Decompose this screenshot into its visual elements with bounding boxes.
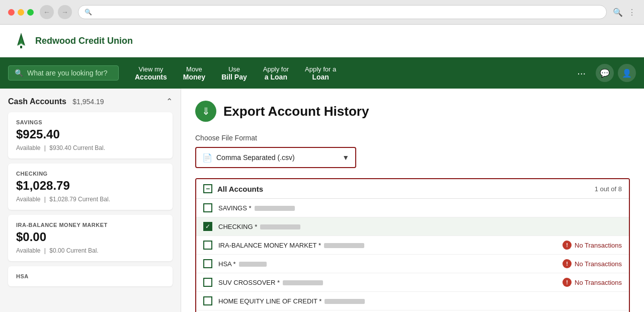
minimize-button[interactable] (18, 9, 24, 16)
back-button[interactable]: ← (40, 5, 54, 19)
savings-number-blur (255, 206, 295, 211)
maximize-button[interactable] (27, 9, 34, 16)
checking-account-card[interactable]: CHECKING $1,028.79 Available | $1,028.79… (8, 164, 173, 210)
file-format-value-group: 📄 Comma Separated (.csv) (202, 153, 295, 163)
accounts-table: − All Accounts 1 out of 8 SAVINGS * ✓ (195, 178, 630, 312)
nav-item-billpay[interactable]: Use Bill Pay (213, 57, 255, 89)
savings-account-type: SAVINGS (16, 119, 165, 125)
navbar-search[interactable]: 🔍 What are you looking for? (8, 65, 119, 81)
address-bar-search-icon: 🔍 (85, 9, 92, 16)
cash-accounts-title-group: Cash Accounts $1,954.19 (8, 97, 104, 106)
accounts-table-header: − All Accounts 1 out of 8 (196, 179, 629, 199)
ira-account-balance: $0.00 (16, 230, 165, 244)
file-icon: 📄 (202, 153, 212, 163)
browser-traffic-lights (8, 9, 34, 16)
navbar: 🔍 What are you looking for? View my Acco… (0, 57, 644, 89)
browser-nav: ← → (40, 5, 72, 19)
chat-icon-button[interactable]: 💬 (596, 64, 614, 82)
page-title: Export Account History (223, 104, 369, 119)
suv-checkbox[interactable] (203, 278, 212, 287)
page-title-row: ⇓ Export Account History (195, 101, 630, 122)
ira-number-blur (324, 243, 364, 248)
chat-icon: 💬 (600, 68, 610, 78)
file-format-label: Choose File Format (195, 134, 630, 142)
savings-account-card[interactable]: SAVINGS $925.40 Available | $930.40 Curr… (8, 112, 173, 159)
no-transactions-label: No Transactions (575, 260, 622, 268)
separator: | (44, 247, 46, 254)
savings-row-name: SAVINGS * (218, 204, 622, 212)
cash-accounts-total: $1,954.19 (72, 98, 104, 106)
savings-account-detail: Available | $930.40 Current Bal. (16, 144, 165, 151)
app: Redwood Credit Union 🔍 What are you look… (0, 25, 644, 312)
nav-item-loan1[interactable]: Apply for a Loan (255, 57, 297, 89)
file-format-select[interactable]: 📄 Comma Separated (.csv) ▼ (195, 147, 356, 168)
nav-item-accounts-top: View my (138, 65, 163, 73)
hsa-checkbox[interactable] (203, 259, 212, 268)
heloc-checkbox[interactable] (203, 296, 212, 305)
browser-search-icon[interactable]: 🔍 (613, 8, 623, 17)
checking-checkbox[interactable]: ✓ (203, 222, 212, 231)
warning-icon: ! (562, 278, 572, 287)
table-row[interactable]: ✓ CHECKING * (196, 217, 629, 236)
heloc-row-name: HOME EQUITY LINE OF CREDIT * (218, 297, 622, 305)
heloc-number-blur (325, 299, 365, 304)
table-row[interactable]: HOME EQUITY LINE OF CREDIT * (196, 292, 629, 310)
table-row[interactable]: SAVINGS * (196, 199, 629, 217)
browser-chrome: ← → 🔍 🔍 ⋮ (0, 0, 644, 25)
search-placeholder: What are you looking for? (27, 69, 108, 77)
checking-row-name: CHECKING * (218, 223, 622, 230)
user-icon-button[interactable]: 👤 (618, 64, 636, 82)
suv-no-transactions: ! No Transactions (562, 278, 622, 287)
search-icon: 🔍 (15, 69, 23, 77)
checking-account-balance: $1,028.79 (16, 179, 165, 193)
hsa-row-name: HSA * (218, 260, 562, 268)
collapse-all-button[interactable]: − (203, 184, 212, 193)
selection-count: 1 out of 8 (595, 185, 622, 193)
ira-row-name: IRA-BALANCE MONEY MARKET * (218, 242, 562, 249)
table-row[interactable]: HSA * ! No Transactions (196, 255, 629, 273)
ira-account-card[interactable]: IRA-BALANCE MONEY MARKET $0.00 Available… (8, 215, 173, 261)
cash-accounts-chevron[interactable]: ⌃ (166, 97, 173, 106)
browser-toolbar: 🔍 ⋮ (613, 8, 636, 17)
ira-checkbox[interactable] (203, 241, 212, 250)
browser-menu-icon[interactable]: ⋮ (628, 8, 636, 17)
export-icon: ⇓ (202, 105, 210, 117)
nav-more-button[interactable]: ··· (571, 67, 592, 79)
ira-no-transactions: ! No Transactions (562, 241, 622, 250)
content-area: ⇓ Export Account History Choose File For… (181, 89, 644, 312)
hsa-account-card[interactable]: HSA (8, 266, 173, 286)
logo-area: Redwood Credit Union (12, 32, 133, 50)
nav-item-loan1-top: Apply for (263, 65, 289, 73)
user-icon: 👤 (622, 68, 632, 78)
hsa-account-type: HSA (16, 273, 165, 279)
checking-number-blur (260, 224, 300, 229)
forward-button[interactable]: → (58, 5, 72, 19)
main-layout: Cash Accounts $1,954.19 ⌃ SAVINGS $925.4… (0, 89, 644, 312)
nav-item-accounts[interactable]: View my Accounts (127, 57, 175, 89)
cash-accounts-header: Cash Accounts $1,954.19 ⌃ (8, 97, 173, 106)
file-format-value: Comma Separated (.csv) (216, 153, 295, 162)
all-accounts-label: All Accounts (217, 185, 263, 193)
nav-item-billpay-top: Use (228, 65, 240, 73)
table-row[interactable]: SUV CROSSOVER * ! No Transactions (196, 273, 629, 292)
table-row[interactable]: IRA-BALANCE MONEY MARKET * ! No Transact… (196, 236, 629, 255)
warning-icon: ! (562, 259, 572, 268)
ira-account-type: IRA-BALANCE MONEY MARKET (16, 222, 165, 228)
savings-checkbox[interactable] (203, 203, 212, 212)
nav-item-loan2[interactable]: Apply for a Loan (297, 57, 344, 89)
ira-account-detail: Available | $0.00 Current Bal. (16, 247, 165, 254)
warning-icon: ! (562, 241, 572, 250)
nav-item-billpay-bottom: Bill Pay (221, 73, 247, 81)
suv-number-blur (283, 280, 323, 285)
export-icon-circle: ⇓ (195, 101, 216, 122)
suv-row-name: SUV CROSSOVER * (218, 279, 562, 286)
all-accounts-left: − All Accounts (203, 184, 263, 193)
chevron-down-icon: ▼ (342, 153, 349, 162)
sidebar: Cash Accounts $1,954.19 ⌃ SAVINGS $925.4… (0, 89, 181, 312)
address-bar[interactable]: 🔍 (78, 5, 607, 19)
nav-action-icons: 💬 👤 (596, 64, 636, 82)
close-button[interactable] (8, 9, 15, 16)
topbar: Redwood Credit Union (0, 25, 644, 57)
nav-items: View my Accounts Move Money Use Bill Pay… (127, 57, 571, 89)
nav-item-money[interactable]: Move Money (175, 57, 213, 89)
